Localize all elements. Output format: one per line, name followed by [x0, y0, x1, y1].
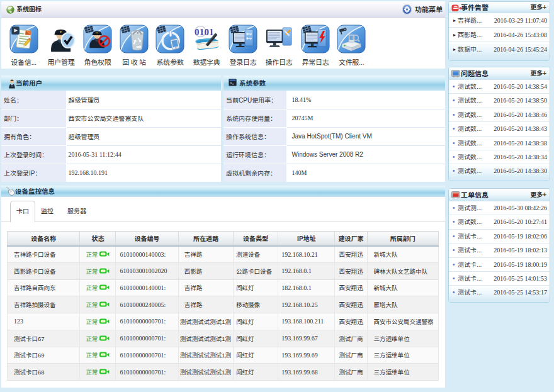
svg-text:0101: 0101	[195, 27, 214, 37]
